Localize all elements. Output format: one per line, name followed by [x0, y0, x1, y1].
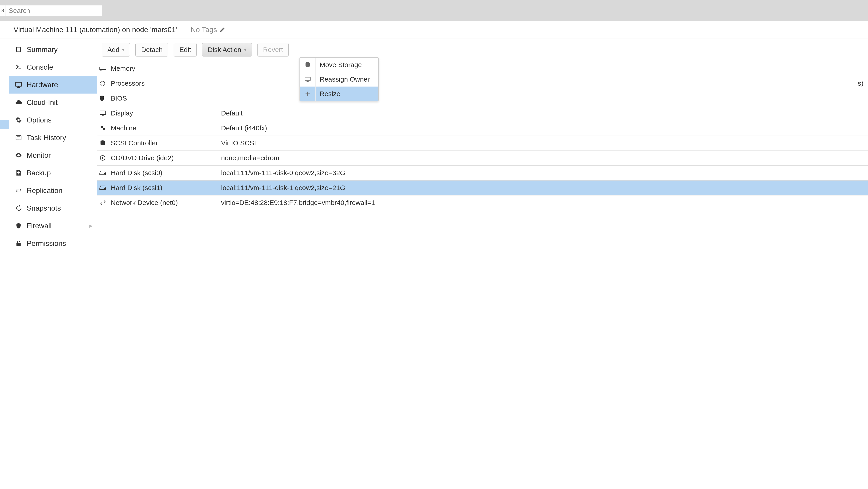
- hardware-name: CD/DVD Drive (ide2): [109, 151, 220, 165]
- hardware-value: Default (i440fx): [220, 121, 868, 136]
- sidebar-item-label: Cloud-Init: [27, 98, 58, 107]
- svg-point-12: [103, 128, 105, 130]
- sidebar-item-label: Options: [27, 116, 52, 124]
- search-input[interactable]: [5, 5, 102, 16]
- history-icon: [13, 205, 24, 211]
- sidebar-item-task-history[interactable]: Task History: [9, 129, 97, 146]
- sidebar-item-cloud-init[interactable]: Cloud-Init: [9, 94, 97, 111]
- sidebar-item-label: Snapshots: [27, 204, 61, 213]
- hardware-row-memory[interactable]: Memory: [97, 61, 868, 76]
- network-icon: [99, 200, 109, 205]
- sidebar-item-summary[interactable]: Summary: [9, 41, 97, 58]
- tree-selected-node[interactable]: [0, 120, 9, 129]
- sidebar-item-label: Firewall: [27, 222, 52, 230]
- sync-icon: [13, 187, 24, 194]
- chevron-right-icon: ▶: [89, 223, 92, 228]
- hardware-row-bios[interactable]: BIOS: [97, 91, 868, 106]
- hardware-row-display[interactable]: Display Default: [97, 106, 868, 121]
- cpu-icon: [99, 80, 109, 87]
- disk-action-menu: Move Storage Reassign Owner Resize: [300, 57, 379, 101]
- sidebar-item-label: Replication: [27, 187, 62, 195]
- sidebar-item-label: Monitor: [27, 151, 51, 160]
- sidebar-item-console[interactable]: Console: [9, 58, 97, 76]
- sidebar-item-label: Permissions: [27, 239, 66, 248]
- sidebar-item-hardware[interactable]: Hardware: [9, 76, 97, 94]
- hardware-name: Memory: [109, 61, 220, 76]
- sidebar-item-options[interactable]: Options: [9, 111, 97, 129]
- hardware-row-network[interactable]: Network Device (net0) virtio=DE:48:28:E9…: [97, 195, 868, 210]
- svg-point-11: [101, 126, 103, 128]
- eye-icon: [13, 152, 24, 159]
- sidebar-item-backup[interactable]: Backup: [9, 164, 97, 182]
- sidebar-item-replication[interactable]: Replication: [9, 182, 97, 199]
- hardware-value: virtio=DE:48:28:E9:18:F7,bridge=vmbr40,f…: [220, 195, 868, 210]
- edit-button[interactable]: Edit: [174, 43, 197, 57]
- hardware-name: SCSI Controller: [109, 136, 220, 151]
- menu-item-move-storage[interactable]: Move Storage: [300, 58, 378, 72]
- hardware-toolbar: Add ▾ Detach Edit Disk Action ▾ Revert: [97, 38, 868, 61]
- hardware-value: local:111/vm-111-disk-0.qcow2,size=32G: [220, 165, 868, 180]
- hardware-name: Hard Disk (scsi0): [109, 165, 220, 180]
- hardware-row-cdrom[interactable]: CD/DVD Drive (ide2) none,media=cdrom: [97, 151, 868, 165]
- button-label: Disk Action: [208, 46, 241, 54]
- sidebar-item-firewall[interactable]: Firewall ▶: [9, 217, 97, 234]
- memory-icon: [99, 66, 109, 71]
- sidebar-item-monitor[interactable]: Monitor: [9, 146, 97, 164]
- disc-icon: [99, 155, 109, 161]
- cloud-icon: [13, 99, 24, 106]
- hardware-value: none,media=cdrom: [220, 151, 868, 165]
- hardware-value: local:111/vm-111-disk-1.qcow2,size=21G: [220, 180, 868, 195]
- sidebar-item-label: Summary: [27, 45, 58, 54]
- hardware-row-machine[interactable]: Machine Default (i440fx): [97, 121, 868, 136]
- gear-icon: [13, 117, 24, 123]
- svg-rect-7: [100, 67, 106, 70]
- menu-item-label: Move Storage: [315, 61, 362, 69]
- vm-sidebar: Summary Console Hardware Cloud-Init Opti…: [9, 38, 97, 252]
- svg-rect-4: [17, 243, 20, 246]
- display-icon: [99, 110, 109, 117]
- hardware-table: Memory Processors s) BIOS Display Defaul…: [97, 61, 868, 210]
- content-panel: Add ▾ Detach Edit Disk Action ▾ Revert: [97, 38, 868, 252]
- hardware-row-hdd-scsi0[interactable]: Hard Disk (scsi0) local:111/vm-111-disk-…: [97, 165, 868, 180]
- gears-icon: [99, 125, 109, 132]
- svg-rect-10: [100, 111, 106, 115]
- button-label: Revert: [263, 46, 283, 54]
- svg-point-15: [102, 158, 103, 159]
- revert-button[interactable]: Revert: [257, 43, 289, 57]
- disk-action-button[interactable]: Disk Action ▾: [202, 43, 252, 57]
- button-label: Add: [107, 46, 119, 54]
- detach-button[interactable]: Detach: [135, 43, 168, 57]
- sidebar-item-snapshots[interactable]: Snapshots: [9, 199, 97, 217]
- sidebar-item-label: Task History: [27, 134, 66, 142]
- sidebar-item-permissions[interactable]: Permissions: [9, 234, 97, 252]
- chevron-down-icon: ▾: [244, 47, 246, 53]
- hardware-name: BIOS: [109, 91, 220, 106]
- desktop-icon: [300, 72, 315, 87]
- sidebar-item-label: Hardware: [27, 81, 58, 89]
- pencil-icon: [219, 27, 225, 33]
- save-icon: [13, 170, 24, 176]
- hardware-row-scsi-controller[interactable]: SCSI Controller VirtIO SCSI: [97, 136, 868, 151]
- tags-edit[interactable]: No Tags: [191, 26, 225, 34]
- resource-tree-collapsed[interactable]: [0, 38, 9, 252]
- hardware-value: VirtIO SCSI: [220, 136, 868, 151]
- plus-icon: [300, 87, 315, 101]
- hardware-row-processors[interactable]: Processors s): [97, 76, 868, 91]
- menu-item-resize[interactable]: Resize: [300, 87, 378, 101]
- database-icon: [300, 58, 315, 72]
- menu-item-reassign-owner[interactable]: Reassign Owner: [300, 72, 378, 87]
- monitor-icon: [13, 81, 24, 88]
- list-icon: [13, 134, 24, 141]
- hdd-icon: [99, 185, 109, 191]
- chip-icon: [99, 95, 109, 101]
- shield-icon: [13, 223, 24, 229]
- hardware-row-hdd-scsi1[interactable]: Hard Disk (scsi1) local:111/vm-111-disk-…: [97, 180, 868, 195]
- svg-rect-8: [101, 82, 104, 85]
- hardware-name: Display: [109, 106, 220, 121]
- svg-rect-2: [18, 171, 20, 172]
- hardware-name: Network Device (net0): [109, 195, 220, 210]
- add-button[interactable]: Add ▾: [102, 43, 130, 57]
- sidebar-item-label: Backup: [27, 169, 51, 177]
- chevron-down-icon: ▾: [122, 47, 124, 53]
- hardware-name: Processors: [109, 76, 220, 91]
